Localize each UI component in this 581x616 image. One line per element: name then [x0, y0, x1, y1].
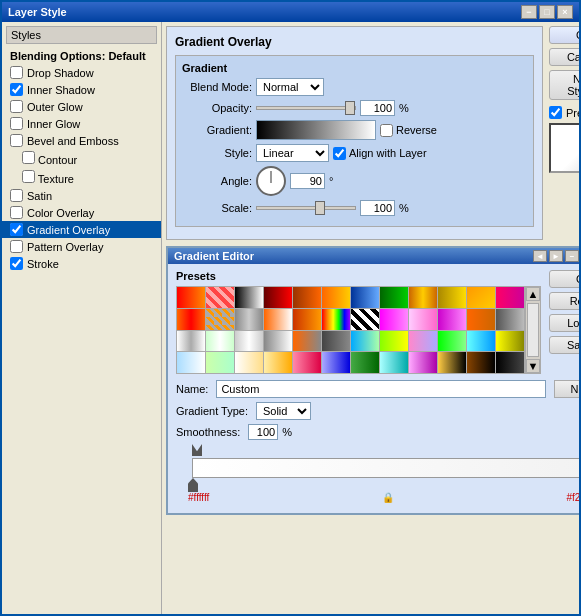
preset-item[interactable] — [380, 309, 408, 330]
preset-item[interactable] — [293, 309, 321, 330]
pattern-overlay-item[interactable]: Pattern Overlay — [2, 238, 161, 255]
gradient-overlay-item[interactable]: Gradient Overlay — [2, 221, 161, 238]
preset-item[interactable] — [467, 352, 495, 373]
close-button[interactable]: × — [557, 5, 573, 19]
satin-checkbox[interactable] — [10, 189, 23, 202]
opacity-slider[interactable] — [256, 106, 356, 110]
ge-ok-button[interactable]: OK — [549, 270, 581, 288]
inner-shadow-checkbox[interactable] — [10, 83, 23, 96]
ge-minimize-button[interactable]: − — [565, 250, 579, 262]
preset-item[interactable] — [264, 287, 292, 308]
angle-dial[interactable] — [256, 166, 286, 196]
preset-item[interactable] — [177, 309, 205, 330]
preset-item[interactable] — [293, 287, 321, 308]
scale-input[interactable] — [360, 200, 395, 216]
preset-item[interactable] — [206, 331, 234, 352]
outer-glow-item[interactable]: Outer Glow — [2, 98, 161, 115]
preset-item[interactable] — [235, 309, 263, 330]
opacity-stop-left[interactable] — [192, 444, 202, 456]
inner-glow-checkbox[interactable] — [10, 117, 23, 130]
smoothness-input[interactable] — [248, 424, 278, 440]
contour-checkbox[interactable] — [22, 151, 35, 164]
preset-item[interactable] — [351, 287, 379, 308]
texture-item[interactable]: Texture — [2, 168, 161, 187]
preset-item[interactable] — [322, 309, 350, 330]
preset-item[interactable] — [235, 331, 263, 352]
preset-item[interactable] — [293, 331, 321, 352]
preset-item[interactable] — [438, 331, 466, 352]
ok-button[interactable]: OK — [549, 26, 581, 44]
blending-options-item[interactable]: Blending Options: Default — [2, 48, 161, 64]
minimize-button[interactable]: − — [521, 5, 537, 19]
preset-item[interactable] — [496, 309, 524, 330]
preset-item[interactable] — [177, 352, 205, 373]
preset-item[interactable] — [496, 352, 524, 373]
scroll-down-arrow[interactable]: ▼ — [526, 359, 540, 373]
preset-item[interactable] — [409, 352, 437, 373]
ge-reset-button[interactable]: Reset — [549, 292, 581, 310]
stroke-item[interactable]: Stroke — [2, 255, 161, 272]
preset-item[interactable] — [380, 352, 408, 373]
preset-item[interactable] — [177, 331, 205, 352]
texture-checkbox[interactable] — [22, 170, 35, 183]
preset-item[interactable] — [264, 352, 292, 373]
pattern-overlay-checkbox[interactable] — [10, 240, 23, 253]
satin-item[interactable]: Satin — [2, 187, 161, 204]
name-input[interactable] — [216, 380, 546, 398]
gradient-type-select[interactable]: Solid Noise — [256, 402, 311, 420]
preset-item[interactable] — [177, 287, 205, 308]
outer-glow-checkbox[interactable] — [10, 100, 23, 113]
scale-slider[interactable] — [256, 206, 356, 210]
preset-item[interactable] — [467, 287, 495, 308]
preset-item[interactable] — [467, 309, 495, 330]
blend-mode-select[interactable]: Normal Dissolve Multiply Screen — [256, 78, 324, 96]
scroll-thumb[interactable] — [527, 303, 539, 357]
preset-item[interactable] — [467, 331, 495, 352]
preset-item[interactable] — [409, 287, 437, 308]
preset-item[interactable] — [264, 331, 292, 352]
new-style-button[interactable]: New Style... — [549, 70, 581, 100]
preset-item[interactable] — [409, 331, 437, 352]
gradient-preview[interactable] — [256, 120, 376, 140]
ge-expand-button[interactable]: ► — [549, 250, 563, 262]
color-overlay-item[interactable]: Color Overlay — [2, 204, 161, 221]
preset-item[interactable] — [293, 352, 321, 373]
scroll-up-arrow[interactable]: ▲ — [526, 287, 540, 301]
preset-item[interactable] — [235, 287, 263, 308]
preset-item[interactable] — [322, 352, 350, 373]
stroke-checkbox[interactable] — [10, 257, 23, 270]
preset-item[interactable] — [496, 287, 524, 308]
align-layer-checkbox[interactable] — [333, 147, 346, 160]
gradient-overlay-checkbox[interactable] — [10, 223, 23, 236]
preset-item[interactable] — [206, 287, 234, 308]
bevel-emboss-checkbox[interactable] — [10, 134, 23, 147]
preset-item[interactable] — [264, 309, 292, 330]
preset-item[interactable] — [380, 331, 408, 352]
color-stop-left[interactable] — [188, 478, 198, 492]
preset-item[interactable] — [322, 287, 350, 308]
preset-item[interactable] — [351, 309, 379, 330]
maximize-button[interactable]: □ — [539, 5, 555, 19]
preset-item[interactable] — [409, 309, 437, 330]
bevel-emboss-item[interactable]: Bevel and Emboss — [2, 132, 161, 149]
gradient-bar[interactable] — [192, 458, 581, 478]
preset-item[interactable] — [322, 331, 350, 352]
new-button[interactable]: New — [554, 380, 581, 398]
preset-item[interactable] — [235, 352, 263, 373]
reverse-checkbox[interactable] — [380, 124, 393, 137]
preview-checkbox[interactable] — [549, 106, 562, 119]
cancel-button[interactable]: Cancel — [549, 48, 581, 66]
inner-glow-item[interactable]: Inner Glow — [2, 115, 161, 132]
inner-shadow-item[interactable]: Inner Shadow — [2, 81, 161, 98]
opacity-input[interactable] — [360, 100, 395, 116]
contour-item[interactable]: Contour — [2, 149, 161, 168]
preset-item[interactable] — [351, 352, 379, 373]
ge-move-button[interactable]: ◄ — [533, 250, 547, 262]
preset-item[interactable] — [438, 352, 466, 373]
preset-item[interactable] — [438, 309, 466, 330]
preset-item[interactable] — [438, 287, 466, 308]
drop-shadow-checkbox[interactable] — [10, 66, 23, 79]
preset-item[interactable] — [380, 287, 408, 308]
drop-shadow-item[interactable]: Drop Shadow — [2, 64, 161, 81]
ge-load-button[interactable]: Load... — [549, 314, 581, 332]
